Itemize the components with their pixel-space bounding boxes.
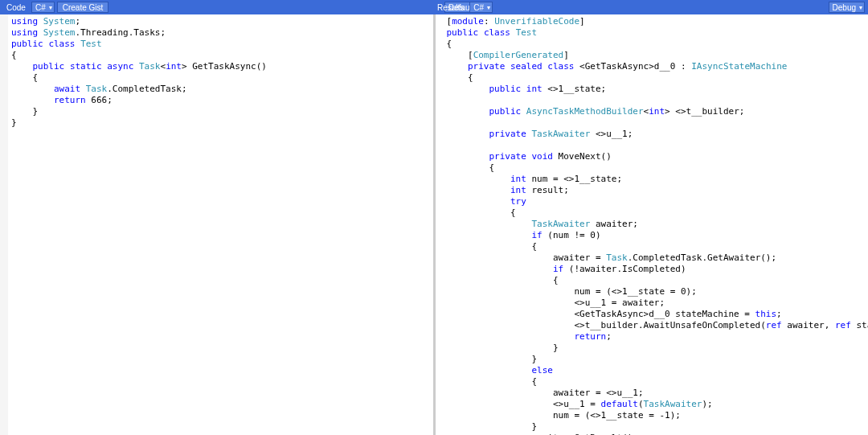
- toolbar-left: Code C# Create Gist: [0, 2, 108, 13]
- language-dropdown-right[interactable]: C#: [469, 2, 493, 13]
- code-label: Code: [3, 3, 29, 12]
- language-dropdown-left[interactable]: C#: [31, 2, 55, 13]
- content: using System; using System.Threading.Tas…: [0, 14, 868, 435]
- results-label: Results: [434, 3, 467, 12]
- toolbar-results: Results C#: [434, 2, 493, 13]
- source-code[interactable]: using System; using System.Threading.Tas…: [3, 16, 430, 129]
- create-gist-button[interactable]: Create Gist: [57, 2, 109, 13]
- toolbar: Code C# Create Gist Default Results C# D…: [0, 0, 868, 14]
- results-pane[interactable]: [module: UnverifiableCode] public class …: [436, 14, 869, 435]
- debug-dropdown[interactable]: Debug: [829, 2, 865, 13]
- left-gutter: [0, 14, 8, 435]
- toolbar-right: Debug: [829, 2, 868, 13]
- source-pane[interactable]: using System; using System.Threading.Tas…: [0, 14, 433, 435]
- decompiled-code[interactable]: [module: UnverifiableCode] public class …: [439, 16, 866, 435]
